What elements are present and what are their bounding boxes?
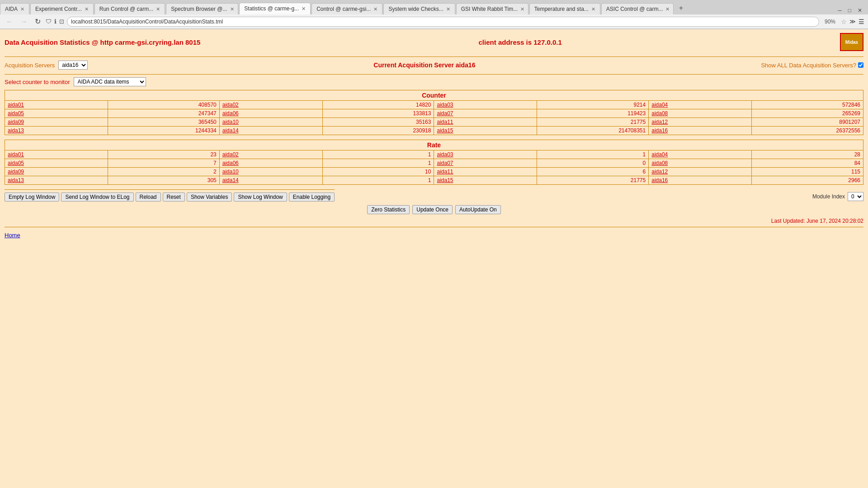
module-index-select[interactable]: 0 xyxy=(848,192,863,201)
home-link[interactable]: Home xyxy=(5,232,863,239)
rate-value: 10 xyxy=(322,168,434,176)
rate-label[interactable]: aida02 xyxy=(219,150,322,159)
rate-value: 21775 xyxy=(537,176,649,185)
close-window-button[interactable]: ✕ xyxy=(855,6,864,14)
rate-value: 0 xyxy=(537,159,649,168)
counter-label[interactable]: aida07 xyxy=(434,109,537,118)
tab-aida-close[interactable]: ✕ xyxy=(20,6,24,12)
midas-logo: Midas xyxy=(840,33,863,51)
counter-label[interactable]: aida01 xyxy=(5,101,108,109)
tab-statistics[interactable]: Statistics @ carme-g... ✕ xyxy=(239,3,311,14)
rate-label[interactable]: aida08 xyxy=(649,159,752,168)
reload-browser-button[interactable]: ↻ xyxy=(33,16,43,27)
update-once-button[interactable]: Update Once xyxy=(412,205,453,214)
tab-spectrum-close[interactable]: ✕ xyxy=(230,6,234,12)
rate-section: Rate aida01 23 aida02 1 aida03 1 aida04 … xyxy=(5,140,863,185)
tab-experiment-control[interactable]: Experiment Contr... ✕ xyxy=(30,3,94,14)
counter-label[interactable]: aida16 xyxy=(649,127,752,135)
acq-server-left: Acquisition Servers aida16 xyxy=(5,61,88,70)
enable-logging-button[interactable]: Enable Logging xyxy=(289,192,335,202)
current-acq-server: Current Acquisition Server aida16 xyxy=(373,61,475,69)
new-tab-button[interactable]: + xyxy=(675,2,688,14)
show-all-servers-checkbox[interactable] xyxy=(858,62,863,68)
tab-asic-control[interactable]: ASIC Control @ carm... ✕ xyxy=(601,3,674,14)
rate-label[interactable]: aida07 xyxy=(434,159,537,168)
tab-run-control-close[interactable]: ✕ xyxy=(156,6,160,12)
empty-log-window-button[interactable]: Empty Log Window xyxy=(5,192,59,202)
rate-label[interactable]: aida09 xyxy=(5,168,108,176)
rate-label[interactable]: aida15 xyxy=(434,176,537,185)
tab-gsi-white-rabbit[interactable]: GSI White Rabbit Tim... ✕ xyxy=(456,3,528,14)
reset-button[interactable]: Reset xyxy=(163,192,185,202)
browser-chrome: AIDA ✕ Experiment Contr... ✕ Run Control… xyxy=(0,0,868,29)
rate-label[interactable]: aida10 xyxy=(219,168,322,176)
tab-temperature-close[interactable]: ✕ xyxy=(591,6,595,12)
counter-label[interactable]: aida03 xyxy=(434,101,537,109)
table-row: aida09 2 aida10 10 aida11 6 aida12 115 xyxy=(5,168,863,176)
table-row: aida13 305 aida14 1 aida15 21775 aida16 … xyxy=(5,176,863,185)
zero-statistics-button[interactable]: Zero Statistics xyxy=(367,205,410,214)
nav-bar: ← → ↻ 🛡 ℹ ⊡ 90% ☆ ≫ ☰ xyxy=(0,14,868,29)
extensions-icon[interactable]: ≫ xyxy=(849,18,856,25)
tab-aida[interactable]: AIDA ✕ xyxy=(0,3,29,14)
rate-label[interactable]: aida16 xyxy=(649,176,752,185)
counter-label[interactable]: aida04 xyxy=(649,101,752,109)
rate-label[interactable]: aida06 xyxy=(219,159,322,168)
reload-button[interactable]: Reload xyxy=(136,192,161,202)
counter-value: 133813 xyxy=(322,109,434,118)
address-bar[interactable] xyxy=(67,17,819,27)
tab-statistics-close[interactable]: ✕ xyxy=(302,6,306,12)
tab-spectrum-browser[interactable]: Spectrum Browser @... ✕ xyxy=(166,3,238,14)
counter-select-dropdown[interactable]: AIDA ADC data items xyxy=(74,77,146,86)
counter-label[interactable]: aida10 xyxy=(219,118,322,127)
tab-run-control[interactable]: Run Control @ carm... ✕ xyxy=(94,3,165,14)
counter-value: 8901207 xyxy=(752,118,863,127)
send-log-to-elog-button[interactable]: Send Log Window to ELog xyxy=(61,192,133,202)
tab-asic-control-label: ASIC Control @ carm... xyxy=(606,6,663,12)
counter-label[interactable]: aida11 xyxy=(434,118,537,127)
tab-asic-control-close[interactable]: ✕ xyxy=(665,6,670,12)
acq-server-select[interactable]: aida16 xyxy=(58,61,88,70)
rate-label[interactable]: aida05 xyxy=(5,159,108,168)
tab-system-wide-close[interactable]: ✕ xyxy=(446,6,450,12)
counter-label[interactable]: aida09 xyxy=(5,118,108,127)
tab-system-wide[interactable]: System wide Checks... ✕ xyxy=(383,3,455,14)
counter-label[interactable]: aida15 xyxy=(434,127,537,135)
counter-section: Counter aida01 408570 aida02 14820 aida0… xyxy=(5,90,863,135)
back-button[interactable]: ← xyxy=(4,17,15,27)
shield-icon: 🛡 xyxy=(46,18,52,25)
counter-label[interactable]: aida02 xyxy=(219,101,322,109)
counter-value: 1244334 xyxy=(108,127,219,135)
forward-button[interactable]: → xyxy=(18,17,30,27)
counter-label[interactable]: aida14 xyxy=(219,127,322,135)
auto-update-on-button[interactable]: AutoUpdate On xyxy=(455,205,501,214)
minimize-button[interactable]: ─ xyxy=(835,6,844,14)
counter-label[interactable]: aida13 xyxy=(5,127,108,135)
last-updated: Last Updated: June 17, 2024 20:28:02 xyxy=(5,218,863,227)
counter-label[interactable]: aida12 xyxy=(649,118,752,127)
tab-control-close[interactable]: ✕ xyxy=(373,6,377,12)
rate-label[interactable]: aida11 xyxy=(434,168,537,176)
rate-label[interactable]: aida04 xyxy=(649,150,752,159)
table-row: aida13 1244334 aida14 230918 aida15 2147… xyxy=(5,127,863,135)
info-icon: ℹ xyxy=(54,18,57,25)
counter-label[interactable]: aida05 xyxy=(5,109,108,118)
counter-label[interactable]: aida06 xyxy=(219,109,322,118)
counter-value: 572846 xyxy=(752,101,863,109)
tab-gsi-white-rabbit-close[interactable]: ✕ xyxy=(520,6,524,12)
star-icon[interactable]: ☆ xyxy=(841,18,847,25)
show-log-window-button[interactable]: Show Log Window xyxy=(234,192,287,202)
rate-label[interactable]: aida01 xyxy=(5,150,108,159)
show-variables-button[interactable]: Show Variables xyxy=(187,192,232,202)
table-row: aida05 247347 aida06 133813 aida07 11942… xyxy=(5,109,863,118)
maximize-button[interactable]: □ xyxy=(846,6,854,14)
tab-control[interactable]: Control @ carme-gsi... ✕ xyxy=(311,3,382,14)
counter-label[interactable]: aida08 xyxy=(649,109,752,118)
menu-icon[interactable]: ☰ xyxy=(859,18,864,25)
rate-label[interactable]: aida13 xyxy=(5,176,108,185)
rate-label[interactable]: aida14 xyxy=(219,176,322,185)
rate-label[interactable]: aida12 xyxy=(649,168,752,176)
tab-temperature[interactable]: Temperature and sta... ✕ xyxy=(529,3,600,14)
tab-experiment-close[interactable]: ✕ xyxy=(85,6,89,12)
rate-label[interactable]: aida03 xyxy=(434,150,537,159)
